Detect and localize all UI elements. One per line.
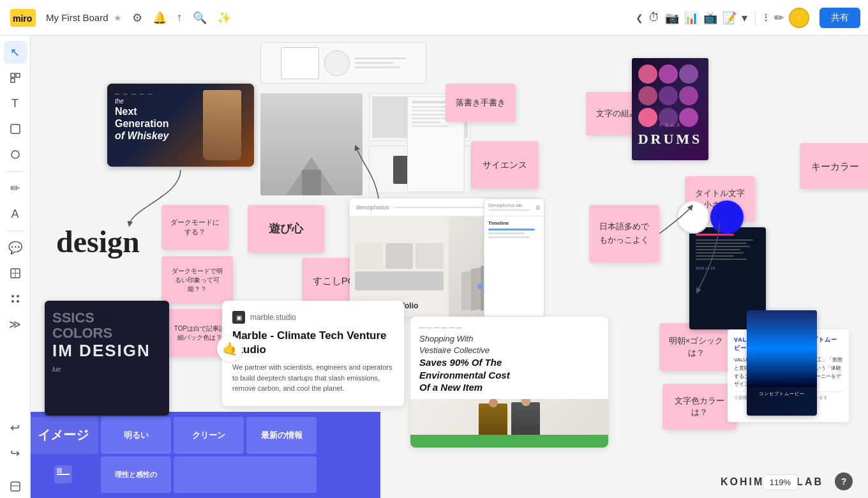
camera-icon[interactable]: 📷 <box>665 11 679 25</box>
sidebar-table-tool[interactable] <box>4 262 27 285</box>
empty-sticky-1 <box>174 456 317 494</box>
marble-title: Marble - Climate Tech Venture Studio <box>232 329 394 357</box>
chevron-down-icon[interactable]: ▾ <box>742 11 747 25</box>
canvas[interactable]: — — — — — the NextGenerationof Whiskey d… <box>31 36 868 498</box>
svg-text:miro: miro <box>13 13 32 24</box>
sticky-key-color[interactable]: キーカラー <box>800 143 868 189</box>
sidebar-bottom-icon[interactable] <box>4 475 27 498</box>
bottom-blue-section: イメージ 明るい クリーン 最新の情報 理性と感性の <box>31 412 380 498</box>
design-text: design <box>56 224 140 259</box>
circle-white <box>677 200 710 234</box>
sticky-nihongo[interactable]: 日本語多めでもかっこよく <box>589 205 659 262</box>
circle-blue <box>710 200 744 234</box>
upload-icon[interactable]: ↑ <box>177 11 183 24</box>
sidebar-frames-tool[interactable] <box>4 66 27 89</box>
miro-logo: miro <box>10 9 36 27</box>
clean-sticky[interactable]: クリーン <box>174 417 244 454</box>
topbar: miro My First Board ★ ⚙ 🔔 ↑ 🔍 ✨ ❮ ⏱ 📷 📊 … <box>0 0 868 36</box>
vestiaire-card: — — — — — — Shopping WithVestiaire Colle… <box>410 317 608 448</box>
star-icon[interactable]: ★ <box>114 13 122 23</box>
table-icon[interactable]: 📊 <box>684 11 698 25</box>
zoom-level[interactable]: 119% <box>763 474 798 490</box>
present-icon[interactable]: 📺 <box>703 11 717 25</box>
draw-icon[interactable]: ✏ <box>774 11 784 25</box>
sidebar-cursor-tool[interactable]: ↖ <box>4 41 27 64</box>
divider <box>755 10 756 26</box>
sidebar: ↖ T ✏ A 💬 ≫ ↩ <box>0 36 31 498</box>
notifications-icon[interactable]: 🔔 <box>153 11 167 25</box>
sticky-science[interactable]: サイエンス <box>471 141 538 189</box>
sidebar-apps-tool[interactable] <box>4 287 27 310</box>
avatar[interactable]: ⚡ <box>789 8 809 28</box>
board-name[interactable]: My First Board ★ <box>46 12 122 23</box>
svg-point-8 <box>11 151 19 158</box>
svg-point-12 <box>11 295 14 298</box>
sidebar-pen-tool[interactable]: ✏ <box>4 177 27 200</box>
sidebar-expand-tool[interactable]: ≫ <box>4 313 27 336</box>
magic-icon[interactable]: ✨ <box>217 11 231 25</box>
svg-point-13 <box>17 295 19 298</box>
sticky-asobi[interactable]: 遊び心 <box>248 205 324 253</box>
whiskey-card: — — — — — the NextGenerationof Whiskey <box>107 84 254 167</box>
svg-rect-5 <box>16 73 20 77</box>
timer-icon[interactable]: ⏱ <box>648 11 660 24</box>
share-button[interactable]: 共有 <box>819 8 860 28</box>
svg-rect-16 <box>11 482 20 491</box>
svg-rect-20 <box>57 468 62 473</box>
emoji-sticky: 🤙 <box>217 336 243 361</box>
svg-rect-4 <box>11 73 15 77</box>
svg-point-14 <box>11 300 14 303</box>
svg-rect-7 <box>11 124 20 133</box>
board-name-text: My First Board <box>46 12 108 23</box>
drums-poster: ドラムス DRUMS <box>632 58 708 160</box>
marble-company: marble.studio <box>250 313 296 322</box>
sticky-moji-color[interactable]: 文字色カラーは？ <box>662 384 736 430</box>
marble-logo: ▣ marble.studio <box>232 311 394 324</box>
sidebar-comment-tool[interactable]: 💬 <box>4 236 27 259</box>
sticky-dark2[interactable]: ダークモードで明るい印象って可能？？ <box>161 256 233 304</box>
sidebar-undo[interactable]: ↩ <box>4 416 27 439</box>
moodboard-cluster <box>260 42 471 93</box>
svg-text:⚡: ⚡ <box>795 14 804 22</box>
sics-colors-card: SSICSCOLORS IM DESIGN lue <box>45 301 169 416</box>
svg-point-15 <box>17 300 19 303</box>
sidebar-sticky-tool[interactable] <box>4 117 27 140</box>
latest-sticky[interactable]: 最新の情報 <box>246 417 317 454</box>
sidebar-redo[interactable]: ↪ <box>4 442 27 465</box>
demophorius-card: Demophorius lab Timeline ≡ <box>484 199 544 317</box>
bright-sticky[interactable]: 明るい <box>101 417 171 454</box>
risei-sticky[interactable]: 理性と感性の <box>101 456 171 494</box>
sidebar-divider-2 <box>6 230 24 231</box>
sidebar-text-tool[interactable]: T <box>4 92 27 115</box>
right-toolbar: ❮ ⏱ 📷 📊 📺 📝 ▾ ⫶ ✏ ⚡ 共有 <box>636 8 860 28</box>
sticky-kaki[interactable]: 落書き手書き <box>445 84 516 122</box>
help-button[interactable]: ? <box>835 472 853 490</box>
search-icon[interactable]: 🔍 <box>193 11 207 25</box>
sidebar-shapes-tool[interactable] <box>4 143 27 166</box>
notes-icon[interactable]: 📝 <box>722 11 737 25</box>
sticky-dark1[interactable]: ダークモードにする？ <box>161 205 228 250</box>
marble-card: ▣ marble.studio Marble - Climate Tech Ve… <box>222 301 404 406</box>
top-icon-group: ⚙ 🔔 ↑ 🔍 ✨ <box>132 11 231 25</box>
marble-icon: ▣ <box>232 311 245 324</box>
back-icon[interactable]: ❮ <box>636 13 643 23</box>
sidebar-divider-1 <box>6 171 24 172</box>
image-label: イメージ <box>31 417 98 454</box>
marble-desc: We partner with scientists, engineers an… <box>232 362 394 394</box>
sticky-meicho[interactable]: 明朝×ゴシックは？ <box>659 323 733 371</box>
sidebar-font-tool[interactable]: A <box>4 202 27 225</box>
cinema-card: コンセプトムービー <box>747 310 817 416</box>
timeline-label: Timeline <box>488 220 540 226</box>
filter-icon[interactable]: ⫶ <box>763 11 769 24</box>
svg-rect-6 <box>11 79 15 82</box>
settings-icon[interactable]: ⚙ <box>132 11 142 25</box>
